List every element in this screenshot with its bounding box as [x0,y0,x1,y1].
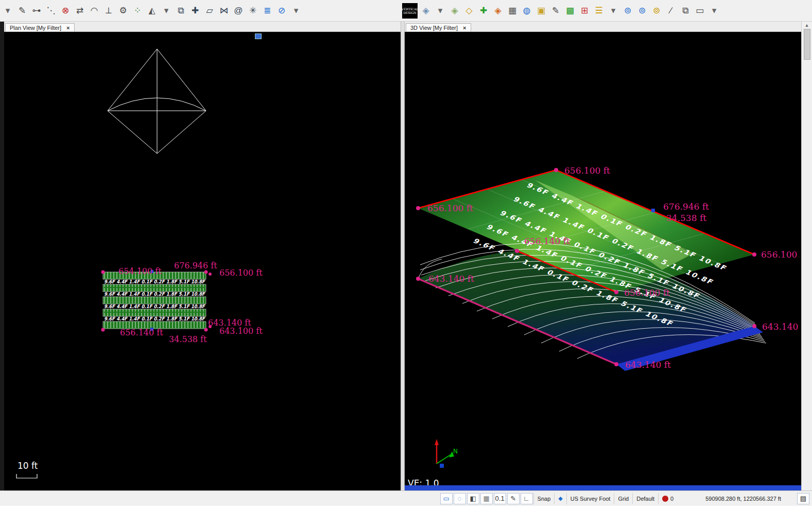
kite-figure [108,49,206,154]
dropdown-chevron-icon[interactable]: ▾ [160,4,173,18]
compare-surfaces-icon[interactable]: ⊞ [578,4,591,18]
zoom-highlight-icon[interactable]: ⊚ [650,4,663,18]
reverse-line-icon[interactable]: ⇄ [73,4,87,18]
dropdown-chevron-icon[interactable]: ▾ [607,4,620,18]
drape-surface-icon[interactable]: ◈ [491,4,505,18]
section-row-text: 9.6F 4.4F 1.4F 0.1F 0.2F 1.8F 5.1F 10.8F [104,291,205,297]
error-dot-icon [662,496,668,502]
elevation-label: 676.946 ft [174,261,217,270]
error-indicator[interactable]: 0 [658,493,677,504]
move-objects-icon[interactable]: ✚ [188,4,202,18]
section-block: 9.6F 4.4F 1.4F 0.1F 0.2F 1.8F 5.1F 10.8F… [103,272,206,329]
surface-edit-icon[interactable]: ◈ [448,4,461,18]
rotate-spiral-icon[interactable]: @ [232,4,245,18]
point-group-icon[interactable]: ⁘ [131,4,144,18]
elevation-label: 643.140 [762,321,798,332]
tab-3d-view[interactable]: 3D View [My Filter] × [406,23,471,31]
pane-splitter[interactable] [401,22,405,490]
fill-select-icon[interactable]: ◧ [467,493,479,504]
delete-point-icon[interactable]: ⊗ [59,4,72,18]
no-display-icon[interactable]: ⊘ [275,4,288,18]
zoom-extents-icon[interactable]: ⊚ [635,4,649,18]
lasso-select-icon[interactable]: ◌ [454,493,466,504]
three-d-view-pane: 3D View [My Filter] × [405,22,801,490]
units-selector[interactable]: US Survey Foot [566,493,614,504]
close-icon[interactable]: × [463,25,466,31]
import-surface-icon[interactable]: ◭ [145,4,159,18]
elevation-colormap-icon[interactable]: ▩ [563,4,577,18]
elevation-label: 643.140 ft [428,274,474,284]
tolerance-icon[interactable]: 0.1 [494,493,506,504]
toolbar-left-group: ▾✎⊶⋱⊗⇄◠⟂⚙⁘◭▾⧉✚▱⋈@✳≣⊘▾ [1,4,401,18]
ortho-icon[interactable]: ∟ [521,493,533,504]
grid-label: Grid [618,496,629,502]
toolbar-right-group: ◈▾◈◇✚◈▦◍▣✎▩⊞☰▾⊚⊚⊚∕⧉▭▾ [419,4,811,18]
selection-handle[interactable] [255,33,262,39]
grid-of-points-icon[interactable]: ▦ [506,4,519,18]
elevation-label: 643.140 ft [625,360,671,370]
snap-grid-icon[interactable]: ▦ [480,493,493,504]
axis-indicator: N [435,439,458,468]
explode-objects-icon[interactable]: ✳ [246,4,260,18]
status-bar: ▭◌◧▦0.1✎∟ Snap ◆ US Survey Foot Grid Def… [0,490,812,506]
scrollbar-thumb[interactable] [804,29,810,60]
gear-settings-icon[interactable]: ⚙ [116,4,130,18]
three-d-canvas[interactable]: 9.6F 4.4F 1.4F 0.1F 0.2F 1.8F 5.1F 10.8F… [405,32,801,490]
tab-3d-view-label: 3D View [My Filter] [410,25,458,31]
select-rectangle-icon[interactable]: ▭ [440,493,453,504]
measure-slope-icon[interactable]: ∕ [664,4,678,18]
snap-toggle[interactable]: Snap [533,493,555,504]
vertical-design-line1: VERTICAL [402,7,418,11]
add-to-surface-icon[interactable]: ✚ [477,4,490,18]
monitor-view-icon[interactable]: ▭ [693,4,706,18]
units-label: US Survey Foot [571,496,611,502]
layers-stack-icon[interactable]: ≣ [261,4,274,18]
snap-mode-button[interactable]: ◆ [554,493,566,504]
plan-view-canvas[interactable]: 9.6F 4.4F 1.4F 0.1F 0.2F 1.8F 5.1F 10.8F… [4,32,401,490]
surface-create-icon[interactable]: ◈ [419,4,433,18]
draw-arc-icon[interactable]: ◠ [88,4,101,18]
insert-points-icon[interactable]: ⋱ [44,4,58,18]
workspace: Plan View [My Filter] × [0,22,812,490]
scroll-up-icon[interactable]: ▲ [805,23,809,28]
elevation-label: 656.100 ft [624,287,670,298]
elevation-label: 656.100 ft [564,165,610,176]
layout-switch-icon[interactable]: ▤ [797,493,809,504]
elevation-label: 654.100 ft [118,266,162,276]
scale-rectangle-icon[interactable]: ▱ [203,4,216,18]
north-label: N [453,448,458,455]
surface-report-icon[interactable]: ☰ [592,4,606,18]
grid-toggle[interactable]: Grid [614,493,632,504]
snap-mode-icon: ◆ [558,495,562,502]
toolbar-overflow-left-icon[interactable]: ▾ [1,4,14,18]
elevation-label: 656.100 [761,249,797,260]
copy-view-icon[interactable]: ⧉ [679,4,692,18]
tab-plan-view[interactable]: Plan View [My Filter] × [5,23,75,31]
elevation-label: 34.538 ft [169,334,207,344]
plan-drawing: 9.6F 4.4F 1.4F 0.1F 0.2F 1.8F 5.1F 10.8F… [4,32,401,490]
surface-boundary-icon[interactable]: ◇ [462,4,476,18]
error-count: 0 [670,496,673,502]
main-toolbar: ▾✎⊶⋱⊗⇄◠⟂⚙⁘◭▾⧉✚▱⋈@✳≣⊘▾ VERTICAL DESIGN ◈▾… [0,0,812,22]
surface-from-contours-icon[interactable]: ◍ [520,4,533,18]
vertical-scrollbar[interactable]: ▲ [801,22,812,490]
draw-snap-icon[interactable]: ✎ [507,493,520,504]
vertical-design-badge[interactable]: VERTICAL DESIGN [402,3,418,19]
snap-label: Snap [538,496,551,502]
close-icon[interactable]: × [66,25,70,31]
dropdown-chevron-icon[interactable]: ▾ [707,4,721,18]
draw-sketch-icon[interactable]: ✎ [15,4,29,18]
elevation-label: 676.946 ft [663,201,709,212]
zoom-previous-icon[interactable]: ⊚ [621,4,634,18]
dropdown-chevron-icon[interactable]: ▾ [434,4,447,18]
open-surface-icon[interactable]: ▣ [534,4,548,18]
draw-profile-icon[interactable]: ✎ [549,4,562,18]
dropdown-chevron-icon[interactable]: ▾ [289,4,303,18]
copy-objects-icon[interactable]: ⧉ [174,4,187,18]
style-selector[interactable]: Default [632,493,658,504]
station-offset-icon[interactable]: ⊶ [30,4,43,18]
horizontal-scrollbar-highlight[interactable] [405,485,801,490]
perpendicular-point-icon[interactable]: ⟂ [102,4,115,18]
mirror-objects-icon[interactable]: ⋈ [217,4,231,18]
elevation-label: 656.100 ft [219,268,263,278]
